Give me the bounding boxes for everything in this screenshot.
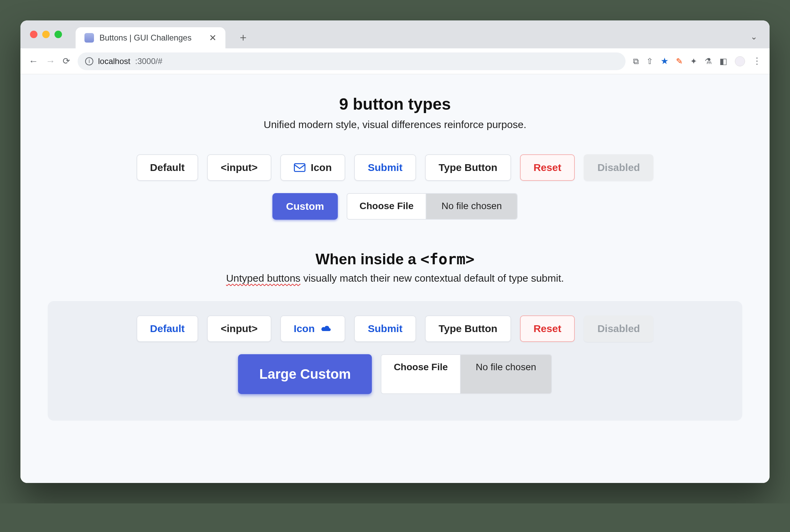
button-row-2: Default <input> Icon Submit Type Button …: [63, 315, 727, 342]
tab-favicon: [84, 33, 94, 43]
page-title: 9 button types: [48, 95, 742, 113]
chrome-menu-icon[interactable]: ⋮: [753, 56, 761, 66]
labs-flask-icon[interactable]: ⚗: [705, 57, 712, 66]
button-row-2b: Large Custom Choose File No file chosen: [63, 354, 727, 394]
extension-1-icon[interactable]: ✎: [676, 57, 683, 66]
close-window-button[interactable]: [30, 31, 37, 38]
section-2-title: When inside a <form>: [48, 250, 742, 268]
section-2-subtitle: Untyped buttons visually match their new…: [48, 272, 742, 284]
form-container: Default <input> Icon Submit Type Button …: [48, 301, 742, 421]
reset-button[interactable]: Reset: [520, 154, 575, 181]
browser-window: Buttons | GUI Challenges ✕ ＋ ⌄ ← → ⟳ i l…: [20, 20, 770, 483]
reload-button[interactable]: ⟳: [63, 56, 70, 66]
submit-button[interactable]: Submit: [354, 154, 416, 181]
form-file-status-label: No file chosen: [461, 355, 551, 393]
form-type-button[interactable]: Type Button: [425, 315, 511, 342]
extensions-puzzle-icon[interactable]: ✦: [690, 57, 697, 66]
icon-button[interactable]: Icon: [280, 154, 346, 181]
share-icon[interactable]: ⇧: [646, 57, 653, 66]
cloud-icon: [320, 325, 332, 333]
default-button[interactable]: Default: [137, 154, 199, 181]
address-bar[interactable]: i localhost:3000/#: [78, 52, 626, 70]
choose-file-button[interactable]: Choose File: [347, 194, 427, 219]
minimize-window-button[interactable]: [42, 31, 50, 38]
browser-toolbar: ← → ⟳ i localhost:3000/# ⧉ ⇧ ★ ✎ ✦ ⚗ ◧ ⋮: [20, 48, 770, 74]
form-file-input[interactable]: Choose File No file chosen: [381, 354, 552, 394]
tabs-overflow-icon[interactable]: ⌄: [750, 32, 757, 42]
large-custom-button[interactable]: Large Custom: [238, 354, 372, 394]
form-disabled-button: Disabled: [584, 315, 653, 342]
input-button[interactable]: <input>: [207, 154, 271, 181]
side-panel-icon[interactable]: ◧: [720, 57, 727, 66]
form-submit-button[interactable]: Submit: [354, 315, 416, 342]
site-info-icon[interactable]: i: [85, 57, 93, 65]
section-2-sub-underlined: Untyped buttons: [226, 272, 300, 284]
type-button[interactable]: Type Button: [425, 154, 511, 181]
form-default-button[interactable]: Default: [137, 315, 199, 342]
svg-rect-0: [294, 164, 305, 172]
icon-button-label: Icon: [311, 162, 332, 173]
file-input[interactable]: Choose File No file chosen: [347, 193, 518, 220]
form-reset-button[interactable]: Reset: [520, 315, 575, 342]
browser-tabstrip: Buttons | GUI Challenges ✕ ＋ ⌄: [20, 20, 770, 48]
close-tab-icon[interactable]: ✕: [209, 33, 217, 43]
tab-title: Buttons | GUI Challenges: [99, 33, 204, 43]
button-row-1: Default <input> Icon Submit Type Button …: [48, 154, 742, 181]
browser-tab[interactable]: Buttons | GUI Challenges ✕: [76, 27, 225, 48]
new-tab-button[interactable]: ＋: [238, 30, 249, 45]
page-subtitle: Unified modern style, visual differences…: [48, 119, 742, 130]
zoom-window-button[interactable]: [54, 31, 62, 38]
section-2-sub-rest: visually match their new contextual defa…: [300, 272, 564, 284]
bookmark-star-icon[interactable]: ★: [661, 56, 668, 66]
form-icon-button-label: Icon: [294, 323, 315, 334]
back-button[interactable]: ←: [29, 56, 38, 67]
mail-icon: [294, 163, 305, 172]
profile-avatar[interactable]: [735, 56, 745, 66]
custom-button[interactable]: Custom: [272, 193, 338, 220]
url-host: localhost: [98, 57, 130, 66]
form-icon-button[interactable]: Icon: [280, 315, 346, 342]
form-choose-file-button[interactable]: Choose File: [381, 355, 461, 393]
file-status-label: No file chosen: [426, 194, 517, 219]
form-input-button[interactable]: <input>: [207, 315, 271, 342]
section-2-title-pre: When inside a: [316, 251, 421, 267]
url-path: :3000/#: [135, 57, 162, 66]
window-controls: [30, 31, 62, 38]
disabled-button: Disabled: [584, 154, 653, 181]
page-content: 9 button types Unified modern style, vis…: [20, 74, 770, 483]
open-external-icon[interactable]: ⧉: [633, 57, 639, 66]
button-row-1b: Custom Choose File No file chosen: [48, 193, 742, 220]
forward-button[interactable]: →: [46, 56, 55, 67]
section-2-title-code: <form>: [421, 250, 475, 268]
